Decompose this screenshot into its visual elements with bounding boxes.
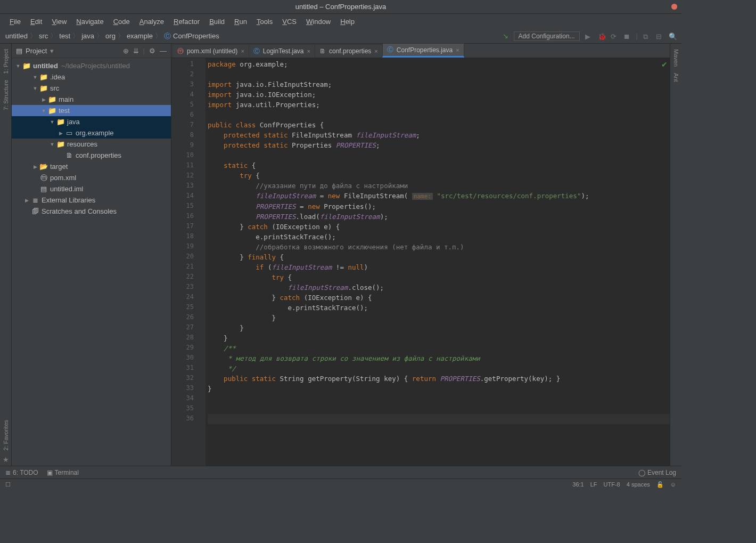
breadcrumb-item[interactable]: ConfProperties xyxy=(173,32,219,40)
tree-node[interactable]: ▶📁main xyxy=(12,94,171,105)
menu-tools[interactable]: Tools xyxy=(252,16,277,27)
menu-code[interactable]: Code xyxy=(109,16,134,27)
project-tree[interactable]: ▼ 📁 untitled ~/IdeaProjects/untitled ▼📁.… xyxy=(12,58,171,466)
editor-tab[interactable]: ⒸLoginTest.java× xyxy=(249,44,315,58)
search-icon[interactable]: 🔍 xyxy=(669,33,676,40)
profile-icon[interactable]: ⏹ xyxy=(623,33,631,40)
window-title: untitled – ConfProperties.java xyxy=(295,3,387,11)
settings-icon[interactable]: ⚙ xyxy=(149,47,155,55)
menu-edit[interactable]: Edit xyxy=(26,16,46,27)
class-icon: Ⓒ xyxy=(253,47,260,56)
editor-tab[interactable]: ⒸConfProperties.java× xyxy=(382,43,464,58)
run-icon[interactable]: ▶ xyxy=(585,33,593,40)
todo-tool[interactable]: ≣ 6: TODO xyxy=(5,469,38,476)
breadcrumb-item[interactable]: untitled xyxy=(5,32,28,40)
encoding[interactable]: UTF-8 xyxy=(604,481,620,488)
menubar: FileEditViewNavigateCodeAnalyzeRefactorB… xyxy=(0,14,681,29)
menu-help[interactable]: Help xyxy=(336,16,359,27)
project-pane-header: ▤ Project ▾ ⊕ ⇊ | ⚙ — xyxy=(12,44,171,58)
right-tool-strip: MavenAnt xyxy=(670,44,681,466)
terminal-tool[interactable]: ▣ Terminal xyxy=(47,469,79,476)
collapse-icon[interactable]: ⇊ xyxy=(133,47,139,55)
menu-window[interactable]: Window xyxy=(302,16,335,27)
menu-view[interactable]: View xyxy=(47,16,71,27)
tree-node[interactable]: ⓜpom.xml xyxy=(12,172,171,183)
tree-node[interactable]: ▤untitled.iml xyxy=(12,183,171,194)
code-area[interactable]: package org.example; import java.io.File… xyxy=(206,58,670,466)
menu-file[interactable]: File xyxy=(5,16,25,27)
tree-node[interactable]: ▶≣External Libraries xyxy=(12,194,171,206)
navbar: untitled〉src〉test〉java〉org〉example〉Ⓒ Con… xyxy=(0,29,681,44)
git-icon[interactable]: ⧉ xyxy=(643,33,651,40)
tree-node[interactable]: 🗎conf.properties xyxy=(12,150,171,161)
locate-icon[interactable]: ⊕ xyxy=(123,47,129,55)
menu-vcs[interactable]: VCS xyxy=(278,16,301,27)
breadcrumb-item[interactable]: org xyxy=(105,32,116,40)
file-icon: ⓜ xyxy=(177,47,184,56)
menu-build[interactable]: Build xyxy=(205,16,229,27)
build-icon[interactable]: ↘ xyxy=(503,32,508,40)
file-icon: 🗎 xyxy=(319,47,326,55)
toolwindow-tab[interactable]: 1: Project xyxy=(3,46,9,77)
project-pane-icon: ▤ xyxy=(16,47,22,55)
menu-refactor[interactable]: Refactor xyxy=(169,16,204,27)
memory-icon[interactable]: ☺ xyxy=(670,481,676,488)
indent[interactable]: 4 spaces xyxy=(627,481,650,488)
tree-node[interactable]: ▼📁.idea xyxy=(12,71,171,83)
breadcrumb-item[interactable]: example xyxy=(127,32,153,40)
fold-column[interactable] xyxy=(198,58,206,466)
tree-node[interactable]: ▼📁src xyxy=(12,83,171,94)
close-tab-icon[interactable]: × xyxy=(374,48,377,54)
toolwindow-tab[interactable]: 7: Structure xyxy=(3,77,9,114)
breadcrumb-item[interactable]: src xyxy=(39,32,48,40)
coverage-icon[interactable]: ⟳ xyxy=(611,33,618,40)
chevron-down-icon[interactable]: ▾ xyxy=(50,47,54,55)
inspection-ok-icon[interactable]: ✔ xyxy=(661,60,668,69)
readonly-icon[interactable]: 🔓 xyxy=(656,481,664,488)
close-tab-icon[interactable]: × xyxy=(456,47,459,53)
toolwindow-tab[interactable]: 2: Favorites xyxy=(3,417,9,453)
tree-node[interactable]: ▶📂target xyxy=(12,161,171,172)
editor-tab[interactable]: 🗎conf.properties× xyxy=(315,44,383,58)
close-tab-icon[interactable]: × xyxy=(241,48,244,54)
menu-navigate[interactable]: Navigate xyxy=(72,16,108,27)
project-pane: ▤ Project ▾ ⊕ ⇊ | ⚙ — ▼ 📁 untitled ~/Ide… xyxy=(12,44,171,466)
event-log-tool[interactable]: ◯ Event Log xyxy=(638,469,676,476)
class-icon: Ⓒ xyxy=(387,45,393,54)
debug-icon[interactable]: 🐞 xyxy=(598,33,605,40)
editor-body[interactable]: 1234567891011121314151617181920212223242… xyxy=(171,58,670,466)
close-icon[interactable] xyxy=(671,4,677,10)
class-icon: Ⓒ xyxy=(164,31,171,41)
run-config-selector[interactable]: Add Configuration... xyxy=(514,31,580,41)
status-hint-icon[interactable]: ☐ xyxy=(5,481,11,488)
breadcrumb-item[interactable]: java xyxy=(81,32,94,40)
close-tab-icon[interactable]: × xyxy=(307,48,310,54)
tree-node[interactable]: ▼📁resources xyxy=(12,139,171,150)
window-titlebar: untitled – ConfProperties.java xyxy=(0,0,681,14)
editor-tab[interactable]: ⓜpom.xml (untitled)× xyxy=(172,44,249,58)
left-tool-strip: 1: Project7: Structure2: Favorites★ xyxy=(0,44,12,466)
toolwindow-tab[interactable]: Maven xyxy=(673,46,679,70)
line-ending[interactable]: LF xyxy=(590,481,597,488)
bottom-tool-bar: ≣ 6: TODO ▣ Terminal ◯ Event Log xyxy=(0,466,681,479)
editor-area: ⓜpom.xml (untitled)×ⒸLoginTest.java×🗎con… xyxy=(171,44,670,466)
menu-run[interactable]: Run xyxy=(230,16,251,27)
tree-node[interactable]: ▼📁test xyxy=(12,105,171,116)
breadcrumb-item[interactable]: test xyxy=(59,32,70,40)
editor-tabs: ⓜpom.xml (untitled)×ⒸLoginTest.java×🗎con… xyxy=(171,44,670,58)
tree-root[interactable]: ▼ 📁 untitled ~/IdeaProjects/untitled xyxy=(12,60,171,71)
menu-analyze[interactable]: Analyze xyxy=(135,16,168,27)
status-bar: ☐ 36:1 LF UTF-8 4 spaces 🔓 ☺ xyxy=(0,479,681,490)
line-gutter: 1234567891011121314151617181920212223242… xyxy=(171,58,198,466)
hide-icon[interactable]: — xyxy=(160,47,167,55)
tree-node[interactable]: ▼📁java xyxy=(12,116,171,127)
favorites-icon[interactable]: ★ xyxy=(3,456,9,464)
breadcrumb: untitled〉src〉test〉java〉org〉example〉Ⓒ Con… xyxy=(5,31,503,41)
tree-node[interactable]: 🗐Scratches and Consoles xyxy=(12,206,171,217)
toolwindow-tab[interactable]: Ant xyxy=(673,70,679,85)
project-pane-title: Project xyxy=(26,47,47,55)
sync-icon[interactable]: ⊟ xyxy=(656,33,663,40)
caret-position[interactable]: 36:1 xyxy=(572,481,584,488)
tree-node[interactable]: ▶▭org.example xyxy=(12,127,171,139)
